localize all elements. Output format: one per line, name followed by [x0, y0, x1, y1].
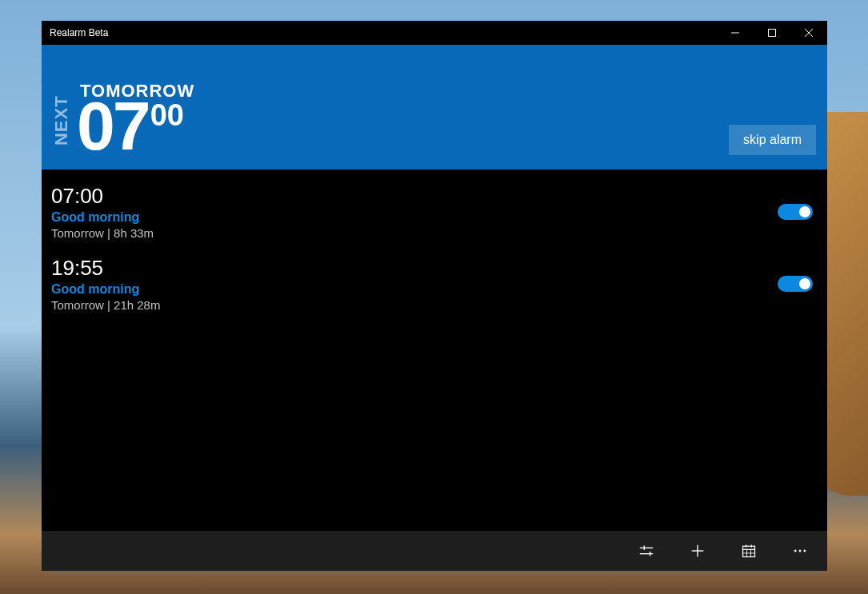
next-time-wrap: TOMORROW 07 00 [77, 81, 194, 155]
calendar-icon [741, 543, 757, 559]
alarm-label: Good morning [51, 282, 160, 297]
alarm-schedule: Tomorrow | 21h 28m [51, 298, 160, 312]
app-window: Realarm Beta NEXT TOMORROW 07 00 s [42, 21, 827, 571]
maximize-icon [768, 29, 776, 37]
alarm-label: Good morning [51, 210, 154, 225]
alarm-toggle[interactable] [778, 204, 813, 220]
minimize-button[interactable] [717, 21, 754, 45]
alarm-schedule: Tomorrow | 8h 33m [51, 226, 154, 240]
title-bar: Realarm Beta [42, 21, 827, 45]
skip-alarm-button[interactable]: skip alarm [729, 125, 816, 155]
alarm-list: 07:00 Good morning Tomorrow | 8h 33m 19:… [42, 169, 827, 531]
more-button[interactable] [789, 540, 811, 562]
maximize-button[interactable] [754, 21, 790, 45]
next-label: NEXT [53, 81, 70, 155]
plus-icon [689, 542, 706, 560]
alarm-info: 07:00 Good morning Tomorrow | 8h 33m [51, 184, 154, 240]
svg-rect-1 [769, 30, 776, 37]
alarm-time: 19:55 [51, 256, 160, 281]
alarm-info: 19:55 Good morning Tomorrow | 21h 28m [51, 256, 160, 312]
alarm-row[interactable]: 07:00 Good morning Tomorrow | 8h 33m [42, 176, 827, 248]
close-button[interactable] [790, 21, 827, 45]
window-controls [717, 21, 827, 45]
calendar-button[interactable] [738, 540, 760, 562]
next-time: 07 00 [77, 97, 194, 155]
svg-rect-10 [743, 546, 755, 556]
settings-sliders-button[interactable] [635, 540, 658, 562]
svg-point-17 [794, 550, 796, 552]
window-title: Realarm Beta [50, 27, 108, 38]
sliders-icon [638, 542, 655, 560]
next-alarm-block: NEXT TOMORROW 07 00 [53, 81, 194, 155]
more-icon [792, 543, 808, 559]
svg-point-19 [804, 550, 806, 552]
alarm-row[interactable]: 19:55 Good morning Tomorrow | 21h 28m [42, 248, 827, 320]
svg-point-18 [799, 550, 801, 552]
command-bar [42, 531, 827, 571]
minimize-icon [731, 29, 739, 37]
alarm-time: 07:00 [51, 184, 154, 209]
alarm-toggle[interactable] [778, 276, 813, 292]
add-alarm-button[interactable] [686, 540, 709, 562]
close-icon [805, 29, 813, 37]
next-minute: 00 [150, 98, 184, 133]
next-alarm-header: NEXT TOMORROW 07 00 skip alarm [42, 45, 827, 169]
next-hour: 07 [77, 97, 149, 155]
